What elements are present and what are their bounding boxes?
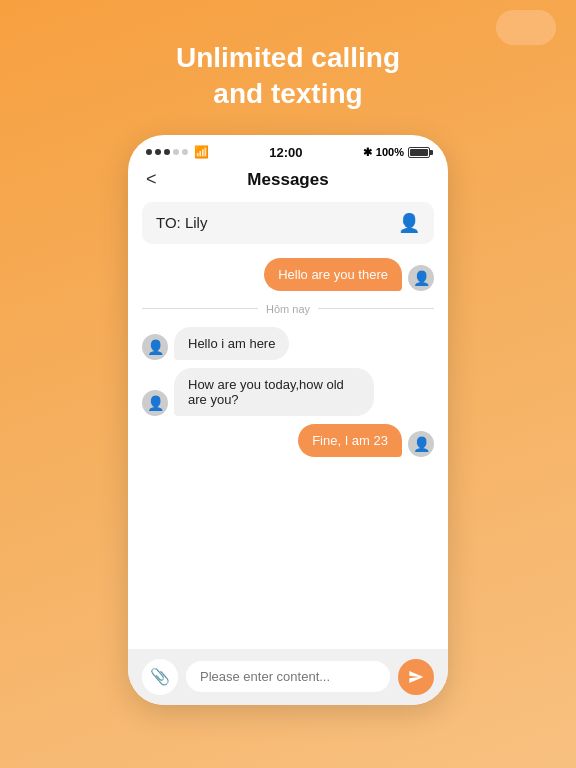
status-left: 📶 bbox=[146, 145, 209, 159]
message-row-in-1: 👤 Hello i am here bbox=[142, 327, 434, 360]
status-time: 12:00 bbox=[269, 145, 302, 160]
avatar-out-2: 👤 bbox=[408, 431, 434, 457]
nav-title: Messages bbox=[247, 170, 328, 190]
battery-bar bbox=[408, 147, 430, 158]
contact-icon: 👤 bbox=[398, 212, 420, 234]
bubble-out-2: Fine, I am 23 bbox=[298, 424, 402, 457]
to-label: TO: Lily bbox=[156, 214, 398, 231]
bluetooth-icon: ✱ bbox=[363, 146, 372, 159]
input-bar: 📎 bbox=[128, 649, 448, 705]
message-row-in-2: 👤 How are you today,how old are you? bbox=[142, 368, 434, 416]
signal-dots bbox=[146, 149, 188, 155]
signal-dot-4 bbox=[173, 149, 179, 155]
signal-dot-1 bbox=[146, 149, 152, 155]
nav-bar: < Messages bbox=[128, 166, 448, 198]
bubble-in-2: How are you today,how old are you? bbox=[174, 368, 374, 416]
status-right: ✱ 100% bbox=[363, 146, 430, 159]
message-text-1: Hello are you there bbox=[278, 267, 388, 282]
signal-dot-3 bbox=[164, 149, 170, 155]
to-field[interactable]: TO: Lily 👤 bbox=[142, 202, 434, 244]
back-button[interactable]: < bbox=[146, 169, 157, 190]
divider-line-left bbox=[142, 308, 258, 309]
divider-line-right bbox=[318, 308, 434, 309]
message-text-3: Hello i am here bbox=[188, 336, 275, 351]
send-icon bbox=[408, 669, 424, 685]
headline: Unlimited calling and texting bbox=[146, 40, 430, 113]
phone-frame: 📶 12:00 ✱ 100% < Messages TO: Lily 👤 Hel… bbox=[128, 135, 448, 705]
message-text-5: Fine, I am 23 bbox=[312, 433, 388, 448]
date-divider: Hôm nay bbox=[142, 303, 434, 315]
bubble-out-1: Hello are you there bbox=[264, 258, 402, 291]
messages-area: Hello are you there 👤 Hôm nay 👤 Hello i … bbox=[128, 248, 448, 649]
signal-dot-2 bbox=[155, 149, 161, 155]
signal-dot-5 bbox=[182, 149, 188, 155]
wifi-icon: 📶 bbox=[194, 145, 209, 159]
send-button[interactable] bbox=[398, 659, 434, 695]
attach-button[interactable]: 📎 bbox=[142, 659, 178, 695]
paperclip-icon: 📎 bbox=[150, 667, 170, 686]
headline-line2: and texting bbox=[213, 78, 362, 109]
headline-line1: Unlimited calling bbox=[176, 42, 400, 73]
avatar-in-1: 👤 bbox=[142, 334, 168, 360]
cloud-decoration bbox=[496, 10, 556, 45]
avatar-in-2: 👤 bbox=[142, 390, 168, 416]
status-bar: 📶 12:00 ✱ 100% bbox=[128, 135, 448, 166]
battery-fill bbox=[410, 149, 428, 156]
message-text-4: How are you today,how old are you? bbox=[188, 377, 344, 407]
avatar-out-1: 👤 bbox=[408, 265, 434, 291]
message-row-out-1: Hello are you there 👤 bbox=[142, 258, 434, 291]
divider-text: Hôm nay bbox=[266, 303, 310, 315]
message-row-out-2: Fine, I am 23 👤 bbox=[142, 424, 434, 457]
message-input[interactable] bbox=[186, 661, 390, 692]
bubble-in-1: Hello i am here bbox=[174, 327, 289, 360]
battery-percent: 100% bbox=[376, 146, 404, 158]
